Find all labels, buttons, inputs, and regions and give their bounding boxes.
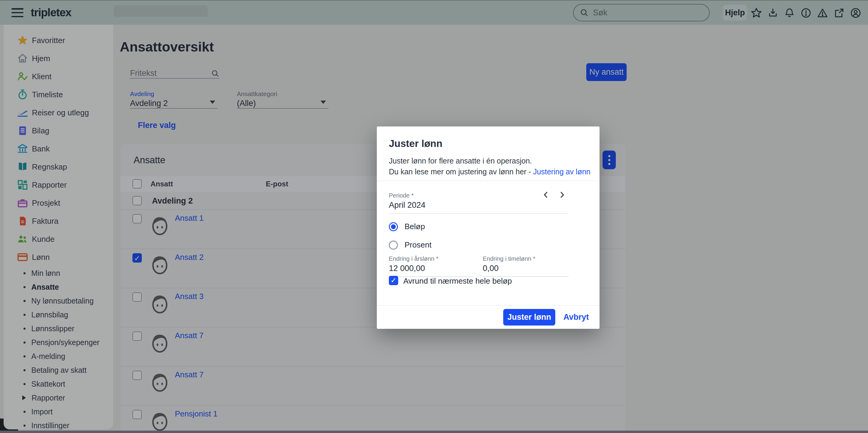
divider	[377, 181, 599, 181]
salary-adjustment-link[interactable]: Justering av lønn	[533, 167, 590, 176]
period-prev-icon[interactable]	[540, 190, 551, 201]
period-next-icon[interactable]	[557, 190, 567, 201]
period-label: Periode *	[389, 192, 413, 199]
period-value[interactable]: April 2024	[389, 201, 426, 210]
radio-percent[interactable]: Prosent	[389, 240, 432, 250]
hourly-change-label: Endring i timelønn *	[483, 255, 535, 262]
modal-title: Juster lønn	[389, 138, 442, 149]
round-checkbox[interactable]	[389, 276, 398, 285]
adjust-salary-modal: Juster lønn Juster lønn for flere ansatt…	[377, 126, 599, 329]
radio-percent-control[interactable]	[389, 240, 398, 250]
annual-change-label: Endring i årslønn *	[389, 255, 438, 262]
round-checkbox-label: Avrund til nærmeste hele beløp	[403, 277, 512, 286]
annual-change-input[interactable]: 12 000,00	[389, 264, 425, 273]
divider	[377, 305, 599, 306]
radio-amount-control[interactable]	[389, 222, 398, 231]
modal-description-1: Juster lønn for flere ansatte i én opera…	[389, 156, 532, 165]
cancel-button[interactable]: Avbryt	[563, 309, 589, 325]
radio-amount[interactable]: Beløp	[389, 222, 425, 231]
radio-amount-label: Beløp	[404, 222, 425, 231]
hourly-change-input[interactable]: 0,00	[483, 264, 499, 273]
modal-description-2: Du kan lese mer om justering av lønn her…	[389, 167, 590, 176]
period-underline	[389, 213, 568, 213]
radio-percent-label: Prosent	[404, 240, 432, 250]
adjust-salary-submit-button[interactable]: Juster lønn	[503, 309, 555, 325]
modal-description-2-text: Du kan lese mer om justering av lønn her…	[389, 167, 533, 176]
